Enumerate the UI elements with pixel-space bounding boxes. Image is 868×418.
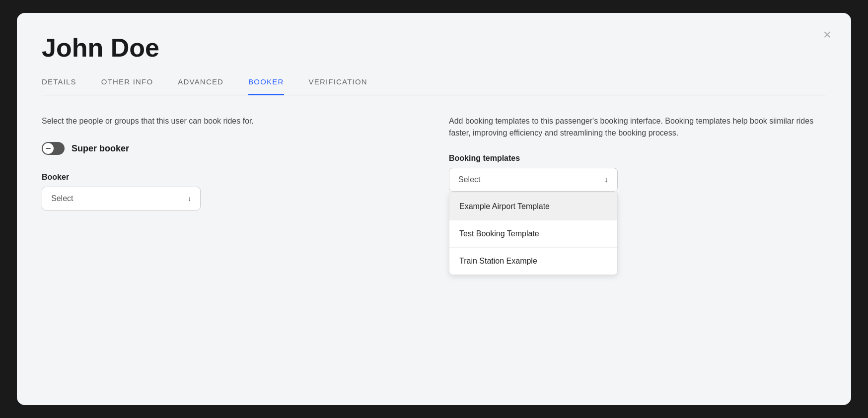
- content-area: Select the people or groups that this us…: [42, 115, 826, 210]
- dropdown-item-test-booking[interactable]: Test Booking Template: [449, 220, 617, 248]
- close-button[interactable]: ×: [823, 28, 831, 42]
- tab-booker[interactable]: BOOKER: [248, 77, 284, 95]
- dropdown-item-train-station[interactable]: Train Station Example: [449, 248, 617, 275]
- booker-select-value: Select: [51, 194, 73, 203]
- tab-verification[interactable]: VERIFICATION: [309, 77, 367, 95]
- booking-templates-field: Booking templates Select ↓ Example Airpo…: [449, 154, 826, 192]
- super-booker-row: Super booker: [42, 142, 419, 155]
- booker-chevron-icon: ↓: [188, 195, 191, 203]
- left-description: Select the people or groups that this us…: [42, 115, 419, 127]
- booking-chevron-icon: ↓: [604, 175, 608, 184]
- booking-dropdown-menu: Example Airport Template Test Booking Te…: [449, 193, 618, 275]
- booker-select[interactable]: Select ↓: [42, 187, 201, 210]
- right-panel: Add booking templates to this passenger'…: [449, 115, 826, 210]
- tab-other-info[interactable]: OTHER INFO: [101, 77, 153, 95]
- booking-select-value: Select: [458, 175, 480, 184]
- booker-field: Booker Select ↓: [42, 173, 419, 210]
- page-title: John Doe: [42, 33, 826, 63]
- tab-bar: DETAILS OTHER INFO ADVANCED BOOKER VERIF…: [42, 77, 826, 95]
- booking-templates-label: Booking templates: [449, 154, 826, 163]
- booking-select[interactable]: Select ↓: [449, 168, 618, 192]
- booker-field-label: Booker: [42, 173, 419, 182]
- super-booker-label: Super booker: [72, 143, 129, 154]
- right-description: Add booking templates to this passenger'…: [449, 115, 826, 139]
- left-panel: Select the people or groups that this us…: [42, 115, 419, 210]
- booking-select-wrapper: Select ↓ Example Airport Template Test B…: [449, 168, 618, 192]
- tab-details[interactable]: DETAILS: [42, 77, 76, 95]
- super-booker-toggle[interactable]: [42, 142, 65, 155]
- toggle-knob: [43, 143, 54, 154]
- dropdown-item-airport[interactable]: Example Airport Template: [449, 193, 617, 220]
- tab-advanced[interactable]: ADVANCED: [178, 77, 223, 95]
- modal-container: × John Doe DETAILS OTHER INFO ADVANCED B…: [17, 13, 851, 405]
